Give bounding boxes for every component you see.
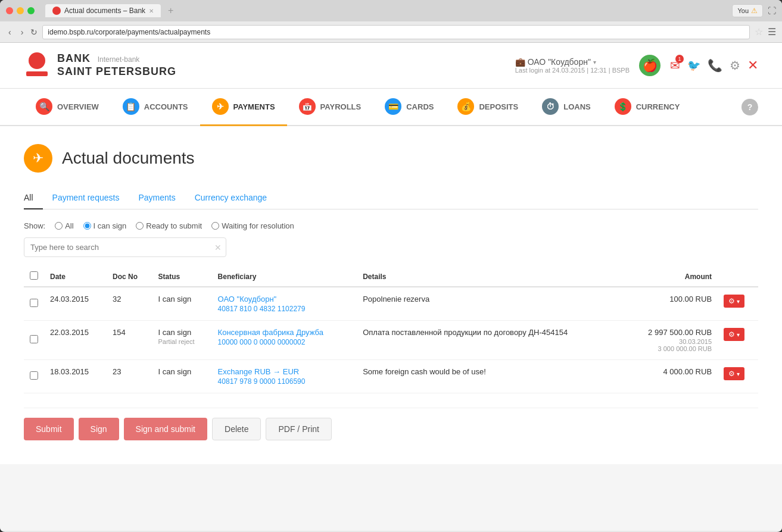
tab-title: Actual documents – Bank (64, 7, 145, 15)
row-date-3: 18.03.2015 (44, 360, 107, 393)
user-button[interactable]: You ⚠ (732, 4, 763, 17)
company-name: ОАО "Коудборн" (528, 57, 591, 67)
bank-subtitle: Internet-bank (98, 55, 140, 64)
payrolls-icon: 📅 (299, 98, 316, 115)
bank-name-line1: BANK (57, 52, 91, 64)
address-bar: ‹ › ↻ ☆ ☰ (0, 21, 782, 43)
bird-icon[interactable]: 🐦 (687, 59, 700, 72)
close-window-btn[interactable] (6, 7, 13, 14)
company-name-row[interactable]: 💼 ОАО "Коудборн" ▾ (515, 57, 630, 67)
col-date: Date (44, 267, 107, 287)
nav-currency-label: CURRENCY (636, 102, 680, 111)
row-docno-1: 32 (107, 287, 152, 321)
dropdown-arrow-icon: ▾ (593, 59, 596, 65)
sign-and-submit-button[interactable]: Sign and submit (124, 418, 207, 440)
beneficiary-link-2[interactable]: Консервная фабрика Дружба (218, 328, 323, 337)
user-label: You (737, 7, 749, 14)
page-content: BANK Internet-bank SAINT PETERSBURG 💼 ОА… (0, 43, 782, 531)
nav-currency[interactable]: 💲 CURRENCY (603, 89, 692, 126)
nav-loans-label: LOANS (563, 102, 591, 111)
deposits-icon: 💰 (457, 98, 474, 115)
beneficiary-account-1: 40817 810 0 4832 1102279 (218, 305, 351, 313)
filter-waiting-label: Waiting for resolution (222, 221, 294, 230)
col-details: Details (357, 267, 624, 287)
row-amount-2: 2 997 500.00 RUB 30.03.2015 3 000 000.00… (624, 321, 718, 360)
filter-waiting[interactable]: Waiting for resolution (211, 221, 294, 230)
tab-payments[interactable]: Payments (129, 187, 185, 209)
row-status-1: I can sign (152, 287, 211, 321)
submit-button[interactable]: Submit (24, 418, 74, 440)
site-header: BANK Internet-bank SAINT PETERSBURG 💼 ОА… (0, 43, 782, 89)
filter-ready-to-submit[interactable]: Ready to submit (136, 221, 202, 230)
nav-accounts[interactable]: 📋 ACCOUNTS (111, 89, 200, 126)
table-row: 22.03.2015 154 I can sign Partial reject… (24, 321, 758, 360)
nav-cards[interactable]: 💳 CARDS (373, 89, 445, 126)
filter-ready-radio[interactable] (136, 222, 144, 230)
filter-all[interactable]: All (55, 221, 73, 230)
forward-btn[interactable]: › (18, 26, 26, 38)
accounts-icon: 📋 (123, 98, 139, 115)
row-action-btn-2[interactable]: ⚙ (724, 328, 744, 341)
filter-waiting-radio[interactable] (211, 222, 219, 230)
beneficiary-link-3[interactable]: Exchange RUB → EUR (218, 367, 300, 376)
filter-i-can-sign-radio[interactable] (83, 222, 91, 230)
nav-loans[interactable]: ⏱ LOANS (530, 89, 603, 126)
bottom-actions: Submit Sign Sign and submit Delete PDF /… (24, 408, 758, 440)
table-header: Date Doc No Status Beneficiary Details A… (24, 267, 758, 287)
row-checkbox-3[interactable] (30, 371, 38, 380)
row-beneficiary-3: Exchange RUB → EUR 40817 978 9 0000 1106… (212, 360, 357, 393)
bank-name-line2: SAINT PETERSBURG (57, 65, 176, 79)
row-action-btn-1[interactable]: ⚙ (724, 295, 744, 308)
gear-icon[interactable]: ⚙ (730, 58, 740, 73)
tab-currency-exchange[interactable]: Currency exchange (185, 187, 276, 209)
row-checkbox-2[interactable] (30, 335, 38, 343)
filter-i-can-sign[interactable]: I can sign (83, 221, 127, 230)
logo-text: BANK Internet-bank SAINT PETERSBURG (57, 52, 176, 78)
row-amount-1: 100.00 RUB (624, 287, 718, 321)
filter-all-radio[interactable] (55, 222, 63, 230)
logout-icon[interactable]: ✕ (747, 58, 758, 73)
logo-icon (24, 52, 50, 79)
phone-icon[interactable]: 📞 (708, 58, 722, 73)
beneficiary-account-3: 40817 978 9 0000 1106590 (218, 377, 351, 386)
tab-payment-requests[interactable]: Payment requests (43, 187, 129, 209)
nav-cards-label: CARDS (406, 102, 434, 111)
search-input[interactable] (24, 237, 226, 257)
minimize-window-btn[interactable] (17, 7, 24, 14)
select-all-checkbox[interactable] (30, 271, 38, 280)
back-btn[interactable]: ‹ (6, 26, 14, 38)
nav-overview[interactable]: 🔍 OVERVIEW (24, 89, 111, 126)
nav-payments-label: PAYMENTS (233, 102, 275, 111)
row-action-btn-3[interactable]: ⚙ (724, 367, 744, 380)
row-details-2: Оплата поставленной продукции по договор… (357, 321, 624, 360)
tab-all[interactable]: All (24, 187, 43, 209)
row-checkbox-1[interactable] (30, 299, 38, 307)
warning-icon: ⚠ (751, 7, 758, 15)
row-beneficiary-1: ОАО "Коудборн" 40817 810 0 4832 1102279 (212, 287, 357, 321)
fullscreen-btn[interactable]: ⛶ (768, 6, 776, 15)
new-tab-btn[interactable]: + (168, 5, 173, 16)
radio-group: All I can sign Ready to submit Waiting f… (55, 221, 294, 230)
pdf-print-button[interactable]: PDF / Print (266, 418, 331, 440)
maximize-window-btn[interactable] (27, 7, 35, 14)
sign-button[interactable]: Sign (79, 418, 119, 440)
refresh-btn[interactable]: ↻ (30, 27, 38, 37)
nav-payrolls[interactable]: 📅 PAYROLLS (287, 89, 373, 126)
beneficiary-link-1[interactable]: ОАО "Коудборн" (218, 295, 277, 303)
url-bar[interactable] (42, 25, 750, 39)
row-action-3: ⚙ (718, 360, 758, 393)
row-details-3: Some foreign cash would be of use! (357, 360, 624, 393)
delete-button[interactable]: Delete (212, 418, 261, 440)
search-clear-btn[interactable]: ✕ (214, 243, 222, 252)
col-status: Status (152, 267, 211, 287)
nav-payments[interactable]: ✈ PAYMENTS (200, 89, 287, 126)
nav-deposits[interactable]: 💰 DEPOSITS (445, 89, 530, 126)
mail-icon[interactable]: ✉ 1 (670, 58, 680, 73)
table-row: 18.03.2015 23 I can sign Exchange RUB → … (24, 360, 758, 393)
bookmark-btn[interactable]: ☆ (755, 26, 763, 37)
browser-tab[interactable]: Actual documents – Bank ✕ (45, 4, 161, 17)
browser-menu-btn[interactable]: ☰ (768, 26, 776, 37)
row-docno-2: 154 (107, 321, 152, 360)
nav-help-btn[interactable]: ? (742, 99, 758, 115)
tab-close-btn[interactable]: ✕ (149, 8, 154, 14)
